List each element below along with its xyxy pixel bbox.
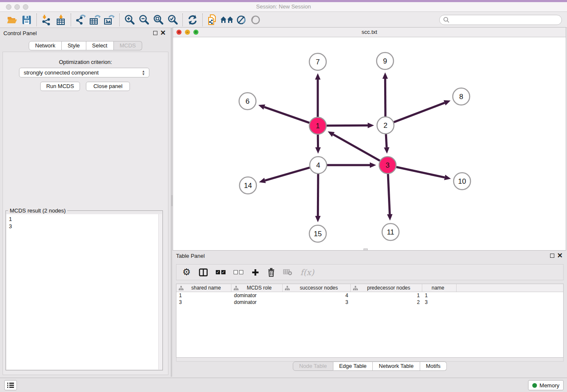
- table-panel-header: Table Panel ✕: [173, 251, 567, 262]
- control-panel-header: Control Panel ✕: [0, 28, 171, 39]
- tab-node-table[interactable]: Node Table: [293, 362, 333, 371]
- graph-edge-3-11[interactable]: [388, 174, 390, 214]
- table-header-row: shared name MCDS role successor nodes pr…: [176, 284, 563, 292]
- refresh-button[interactable]: [185, 14, 200, 26]
- session-title: Session: New Session: [0, 2, 567, 11]
- main-titlebar: Session: New Session: [0, 2, 567, 12]
- zoom-selected-button[interactable]: [165, 14, 180, 26]
- list-icon: [7, 382, 14, 388]
- column-header-mcds-role[interactable]: MCDS role: [231, 284, 283, 292]
- first-neighbors-button[interactable]: [220, 14, 234, 26]
- cell-shared-name[interactable]: 1: [176, 292, 231, 299]
- toolbar-separator: [182, 14, 183, 26]
- tab-mcds[interactable]: MCDS: [114, 41, 142, 50]
- cell-successor-nodes[interactable]: 4: [283, 292, 351, 299]
- graph-node-label: 15: [314, 230, 322, 238]
- clone-network-icon: [207, 14, 218, 26]
- search-field[interactable]: [439, 15, 562, 25]
- column-header-shared-name[interactable]: shared name: [176, 284, 231, 292]
- maximize-network-button[interactable]: +: [193, 30, 198, 35]
- show-columns-icon[interactable]: [199, 268, 208, 276]
- minimize-network-button[interactable]: −: [185, 30, 190, 35]
- deselect-all-checkboxes-icon[interactable]: [234, 270, 243, 274]
- network-graph[interactable]: 7968124314101511: [173, 37, 566, 250]
- graph-edge-2-9[interactable]: [385, 79, 385, 116]
- graph-edge-1-2[interactable]: [327, 125, 368, 126]
- graph-edge-3-1[interactable]: [333, 135, 380, 161]
- cell-shared-name[interactable]: 3: [176, 299, 231, 306]
- column-header-successor-nodes[interactable]: successor nodes: [283, 284, 351, 292]
- graph-edge-4-14[interactable]: [265, 168, 309, 181]
- vizmapper-icon: [236, 14, 247, 25]
- graph-edge-4-15[interactable]: [318, 174, 318, 216]
- graph-edge-3-10[interactable]: [396, 167, 445, 177]
- table-panel-title: Table Panel: [176, 253, 205, 259]
- float-panel-icon[interactable]: [153, 31, 157, 35]
- close-panel-button[interactable]: Close panel: [86, 82, 130, 91]
- tab-edge-table[interactable]: Edge Table: [333, 362, 373, 371]
- network-canvas[interactable]: 7968124314101511: [173, 37, 566, 250]
- cell-predecessor-nodes[interactable]: 2: [351, 299, 422, 306]
- task-history-button[interactable]: [4, 380, 17, 390]
- export-image-button[interactable]: [102, 14, 117, 26]
- delete-table-icon[interactable]: [283, 269, 292, 276]
- tab-motifs[interactable]: Motifs: [420, 362, 447, 371]
- import-table-button[interactable]: [54, 14, 68, 26]
- column-header-predecessor-nodes[interactable]: predecessor nodes: [351, 284, 422, 292]
- vizmapper-button[interactable]: [234, 14, 248, 26]
- optimization-criterion-dropdown[interactable]: strongly connected component ▲▼: [19, 68, 149, 77]
- close-panel-icon[interactable]: ✕: [160, 29, 166, 37]
- tab-select[interactable]: Select: [86, 41, 114, 50]
- zoom-window-button[interactable]: [23, 4, 28, 10]
- run-mcds-button[interactable]: Run MCDS: [40, 82, 80, 91]
- minimize-window-button[interactable]: [14, 4, 20, 10]
- graph-edge-2-8[interactable]: [394, 103, 445, 122]
- graph-edge-arrow: [383, 72, 388, 79]
- memory-button[interactable]: Memory: [528, 380, 564, 390]
- clone-network-button[interactable]: [205, 14, 220, 26]
- search-icon: [443, 17, 450, 23]
- result-scrollbar[interactable]: [158, 214, 162, 370]
- select-all-checkboxes-icon[interactable]: ✓✓: [216, 270, 226, 274]
- close-table-panel-icon[interactable]: ✕: [557, 252, 563, 259]
- apply-function-icon[interactable]: f(x): [300, 268, 314, 277]
- graph-edge-1-6[interactable]: [264, 107, 310, 123]
- cell-mcds-role[interactable]: dominator: [231, 292, 283, 299]
- column-header-name[interactable]: name: [422, 284, 457, 292]
- save-session-button[interactable]: [19, 14, 34, 26]
- zoom-out-button[interactable]: [137, 14, 151, 26]
- add-column-icon[interactable]: [251, 268, 259, 276]
- close-network-button[interactable]: ×: [176, 30, 182, 35]
- search-input[interactable]: [450, 16, 561, 24]
- cell-predecessor-nodes[interactable]: 1: [351, 292, 422, 299]
- export-table-button[interactable]: [88, 14, 102, 26]
- toolbar-separator: [119, 14, 120, 26]
- network-window-titlebar[interactable]: × − + scc.txt: [173, 28, 566, 37]
- hide-selected-button[interactable]: [248, 14, 263, 26]
- zoom-fit-button[interactable]: [151, 14, 165, 26]
- zoom-out-icon: [138, 14, 149, 25]
- optimization-criterion-label: Optimization criterion:: [3, 59, 168, 65]
- close-window-button[interactable]: [6, 4, 11, 10]
- table-settings-gear-icon[interactable]: ⚙: [182, 268, 191, 276]
- delete-column-icon[interactable]: [267, 268, 275, 277]
- control-panel-title: Control Panel: [3, 30, 37, 36]
- tab-network-table[interactable]: Network Table: [373, 362, 420, 371]
- tab-network[interactable]: Network: [29, 41, 62, 50]
- import-network-button[interactable]: [39, 14, 54, 26]
- mcds-result-textarea[interactable]: 1 3: [6, 214, 162, 370]
- graph-edge-2-3[interactable]: [386, 134, 387, 147]
- cell-successor-nodes[interactable]: 3: [283, 299, 351, 306]
- table-row[interactable]: 3 dominator 3 2 3: [176, 299, 563, 306]
- table-row[interactable]: 1 dominator 4 1 1: [176, 292, 563, 299]
- cell-name[interactable]: 3: [422, 299, 457, 306]
- mcds-result-group: MCDS result (2 nodes) 1 3: [6, 210, 163, 370]
- zoom-in-button[interactable]: [122, 14, 137, 26]
- status-bar: Memory: [0, 378, 567, 392]
- float-table-panel-icon[interactable]: [550, 254, 554, 258]
- cell-mcds-role[interactable]: dominator: [231, 299, 283, 306]
- tab-style[interactable]: Style: [62, 41, 86, 50]
- open-session-button[interactable]: [5, 14, 19, 26]
- cell-name[interactable]: 1: [422, 292, 457, 299]
- export-network-button[interactable]: [74, 14, 88, 26]
